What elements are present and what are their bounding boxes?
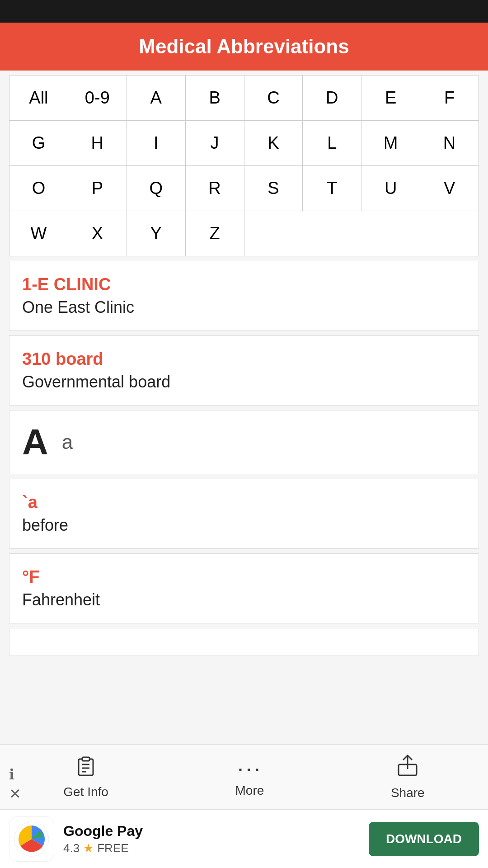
close-icon[interactable]: ✕ (9, 785, 21, 802)
alphabet-cell-x[interactable]: X (68, 211, 127, 256)
ad-rating-score: 4.3 (63, 841, 80, 855)
ad-app-icon (9, 816, 54, 862)
more-dots-icon: ··· (237, 756, 262, 780)
info-icon[interactable]: ℹ (9, 766, 21, 783)
status-bar (0, 0, 488, 23)
alphabet-cell-s[interactable]: S (244, 166, 303, 211)
font-small-icon: a (62, 431, 73, 453)
abbreviation-term: 1-E CLINIC (22, 275, 466, 294)
font-large-icon: A (22, 424, 48, 460)
alphabet-cell-all[interactable]: All (9, 75, 68, 121)
app-header: Medical Abbreviations (0, 23, 488, 71)
alphabet-cell-n[interactable]: N (420, 121, 479, 166)
alphabet-cell-f[interactable]: F (420, 75, 479, 121)
svg-rect-1 (82, 757, 89, 761)
alphabet-cell-w[interactable]: W (9, 211, 68, 256)
clipboard-icon (75, 755, 97, 781)
alphabet-cell-v[interactable]: V (420, 166, 479, 211)
alphabet-cell-e[interactable]: E (361, 75, 420, 121)
ad-banner: Google Pay 4.3 ★ FREE DOWNLOAD (0, 809, 488, 868)
alphabet-cell-p[interactable]: P (68, 166, 127, 211)
app-title: Medical Abbreviations (139, 35, 349, 57)
alphabet-cell-i[interactable]: I (127, 121, 185, 166)
alphabet-cell-y[interactable]: Y (127, 211, 185, 256)
alphabet-cell-o[interactable]: O (9, 166, 68, 211)
alphabet-cell-b[interactable]: B (185, 75, 244, 121)
nav-more-label: More (235, 783, 264, 798)
star-icon: ★ (83, 841, 94, 855)
alphabet-cell-09[interactable]: 0-9 (68, 75, 127, 121)
bottom-nav: Get Info ··· More Share (0, 744, 488, 809)
font-size-card: A a (9, 410, 479, 474)
alphabet-cell-m[interactable]: M (361, 121, 420, 166)
abbreviation-definition: Fahrenheit (22, 590, 466, 609)
abbreviation-card-0[interactable]: 1-E CLINICOne East Clinic (9, 261, 479, 331)
alphabet-cell-h[interactable]: H (68, 121, 127, 166)
alphabet-cell-g[interactable]: G (9, 121, 68, 166)
ad-info: Google Pay 4.3 ★ FREE (63, 823, 360, 855)
alphabet-cell-r[interactable]: R (185, 166, 244, 211)
alphabet-cell-k[interactable]: K (244, 121, 303, 166)
ad-title: Google Pay (63, 823, 360, 840)
alphabet-cell-q[interactable]: Q (127, 166, 185, 211)
nav-share-label: Share (391, 786, 425, 800)
abbreviation-definition: Governmental board (22, 373, 466, 392)
alphabet-cell-t[interactable]: T (303, 166, 361, 211)
nav-more[interactable]: ··· More (235, 756, 264, 798)
alphabet-cell-u[interactable]: U (361, 166, 420, 211)
abbreviation-card-partial (9, 628, 479, 656)
nav-share[interactable]: Share (391, 754, 425, 800)
content-area: All0-9ABCDEFGHIJKLMNOPQRSTUVWXYZ 1-E CLI… (0, 75, 488, 656)
alphabet-cell-z[interactable]: Z (185, 211, 244, 256)
ad-price: FREE (97, 841, 128, 855)
alphabet-cell-d[interactable]: D (303, 75, 361, 121)
alphabet-grid: All0-9ABCDEFGHIJKLMNOPQRSTUVWXYZ (9, 75, 479, 256)
abbreviation-card-fahrenheit[interactable]: °F Fahrenheit (9, 553, 479, 623)
abbreviation-card-backtick-a[interactable]: `a before (9, 479, 479, 549)
share-icon (396, 754, 419, 782)
abbreviation-definition: One East Clinic (22, 298, 466, 317)
alphabet-cell-j[interactable]: J (185, 121, 244, 166)
bottom-left-icons: ℹ ✕ (9, 766, 21, 802)
abbreviation-card-1[interactable]: 310 boardGovernmental board (9, 335, 479, 406)
alphabet-cell-l[interactable]: L (303, 121, 361, 166)
abbreviation-definition: before (22, 516, 466, 535)
abbreviation-term: `a (22, 493, 466, 512)
nav-get-info[interactable]: Get Info (63, 755, 108, 799)
nav-get-info-label: Get Info (63, 785, 108, 799)
abbreviation-term: 310 board (22, 349, 466, 369)
alphabet-cell-a[interactable]: A (127, 75, 185, 121)
download-button[interactable]: DOWNLOAD (369, 822, 479, 856)
abbreviation-term: °F (22, 567, 466, 587)
ad-rating: 4.3 ★ FREE (63, 841, 360, 855)
alphabet-cell-c[interactable]: C (244, 75, 303, 121)
